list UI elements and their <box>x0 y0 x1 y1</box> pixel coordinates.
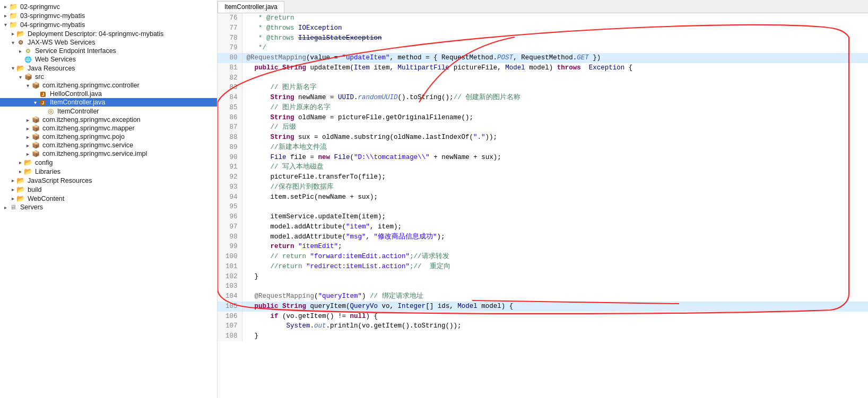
sidebar-label: Web Services <box>35 56 76 63</box>
package-icon: 📦 <box>31 116 40 123</box>
code-line-76: 76 * @return <box>218 13 868 23</box>
line-code: public String queryItem(QueryVo vo, Inte… <box>242 302 868 312</box>
src-icon: 📦 <box>23 73 33 81</box>
sidebar-item-jsresources[interactable]: 📂JavaScript Resources <box>0 176 217 185</box>
line-number: 105 <box>218 302 242 312</box>
sidebar-item-pkg-pojo[interactable]: 📦com.itzheng.springmvc.pojo <box>0 132 217 141</box>
sidebar-item-webservices[interactable]: 🌐Web Services <box>0 55 217 64</box>
sidebar-item-src[interactable]: 📦src <box>0 73 217 81</box>
line-number: 95 <box>218 202 242 212</box>
sidebar-label: src <box>35 73 44 81</box>
sidebar-item-pkg-exception[interactable]: 📦com.itzheng.springmvc.exception <box>0 116 217 124</box>
code-line-107: 107 System.out.println(vo.getItem().toSt… <box>218 321 868 331</box>
code-line-87: 87 // 后缀 <box>218 122 868 132</box>
code-line-84: 84 String newName = UUID.randomUUID().to… <box>218 93 868 103</box>
line-code: // 图片原来的名字 <box>242 103 868 113</box>
java-icon: J <box>38 90 48 98</box>
line-number: 77 <box>218 23 242 33</box>
code-line-99: 99 return "itemEdit"; <box>218 242 868 252</box>
line-code: * @return <box>242 13 868 23</box>
sidebar-item-jaxws[interactable]: ⚙JAX-WS Web Services <box>0 38 217 47</box>
sidebar-label: 02-springmvc <box>20 3 60 11</box>
line-number: 83 <box>218 83 242 93</box>
sidebar-label: com.itzheng.springmvc.pojo <box>42 133 125 140</box>
sidebar-item-pkg-mapper[interactable]: 📦com.itzheng.springmvc.mapper <box>0 124 217 132</box>
package-icon: 📦 <box>31 82 40 89</box>
line-code: // 图片新名字 <box>242 83 868 93</box>
code-line-89: 89 //新建本地文件流 <box>218 143 868 153</box>
code-line-95: 95 <box>218 202 868 212</box>
webservices-icon: 🌐 <box>23 56 33 63</box>
sidebar-label: WebContent <box>28 195 64 202</box>
arrow-icon <box>24 117 31 123</box>
code-line-77: 77 * @throws IOException <box>218 23 868 33</box>
sidebar-item-webcontent[interactable]: 📂WebContent <box>0 194 217 203</box>
line-number: 79 <box>218 43 242 53</box>
sidebar-item-springmvc02[interactable]: 📁02-springmvc <box>0 2 217 11</box>
folder-icon: 📂 <box>23 167 33 175</box>
sidebar-item-springmvc03[interactable]: 📁03-springmvc-mybatis <box>0 11 217 20</box>
line-code: // 写入本地磁盘 <box>242 162 868 172</box>
code-line-80: 80@RequestMapping(value = "updateItem", … <box>218 53 868 63</box>
sidebar-item-config[interactable]: 📂config <box>0 158 217 167</box>
arrow-icon <box>10 40 16 46</box>
line-code: //新建本地文件流 <box>242 143 868 153</box>
ws-icon: ⚙ <box>16 39 25 46</box>
arrow-icon <box>2 22 8 28</box>
project-icon: 📁 <box>8 3 18 11</box>
line-number: 93 <box>218 182 242 192</box>
code-area: ItemController.java 76 * @return77 * @th… <box>218 0 868 398</box>
code-line-82: 82 <box>218 73 868 83</box>
line-number: 78 <box>218 33 242 43</box>
sidebar-label: Java Resources <box>28 65 75 72</box>
java-class-icon: ◎ <box>46 107 55 115</box>
sidebar-item-pkg-controller[interactable]: 📦com.itzheng.springmvc.controller <box>0 81 217 90</box>
sidebar-item-springmvc04[interactable]: 📁04-springmvc-mybatis <box>0 20 217 29</box>
line-number: 108 <box>218 331 242 341</box>
sidebar-item-deployment[interactable]: 📂Deployment Descriptor: 04-springmvc-myb… <box>0 29 217 38</box>
line-code: */ <box>242 43 868 53</box>
sidebar-item-javaresources[interactable]: 📂Java Resources <box>0 64 217 73</box>
sidebar-item-libraries[interactable]: 📂Libraries <box>0 167 217 176</box>
sidebar-item-HelloControll[interactable]: JHelloControll.java <box>0 90 217 98</box>
code-line-83: 83 // 图片新名字 <box>218 83 868 93</box>
sidebar-label: config <box>35 159 53 166</box>
arrow-icon <box>10 65 16 71</box>
sidebar-item-build[interactable]: 📂build <box>0 185 217 194</box>
arrow-icon <box>10 196 16 201</box>
line-number: 86 <box>218 113 242 123</box>
line-number: 88 <box>218 132 242 143</box>
line-number: 85 <box>218 103 242 113</box>
code-line-86: 86 String oldName = pictureFile.getOrigi… <box>218 113 868 123</box>
line-number: 90 <box>218 153 242 163</box>
arrow-icon <box>2 205 8 210</box>
arrow-icon <box>10 178 16 183</box>
tab-itemcontroller[interactable]: ItemController.java <box>218 1 284 13</box>
sidebar-item-pkg-service[interactable]: 📦com.itzheng.springmvc.service <box>0 141 217 149</box>
code-line-97: 97 model.addAttribute("item", item); <box>218 222 868 232</box>
sidebar-label: Servers <box>20 204 43 211</box>
line-code: if (vo.getItem() != null) { <box>242 312 868 322</box>
endpoint-icon: ⚙ <box>23 47 33 55</box>
arrow-icon <box>24 143 31 148</box>
line-number: 84 <box>218 93 242 103</box>
code-line-81: 81 public String updateItem(Item item, M… <box>218 63 868 73</box>
line-code <box>242 281 868 291</box>
arrow-icon <box>17 48 23 54</box>
sidebar-item-ItemController[interactable]: JItemController.java <box>0 98 217 107</box>
code-line-78: 78 * @throws IllegalStateException <box>218 33 868 43</box>
arrow-icon <box>17 160 23 165</box>
code-line-91: 91 // 写入本地磁盘 <box>218 162 868 172</box>
sidebar-item-pkg-service-impl[interactable]: 📦com.itzheng.springmvc.service.impl <box>0 149 217 158</box>
line-code: public String updateItem(Item item, Mult… <box>242 63 868 73</box>
sidebar-label: build <box>28 186 41 193</box>
folder-icon: 📂 <box>16 194 25 202</box>
sidebar-item-ItemControllerClass[interactable]: ◎ItemController <box>0 107 217 116</box>
sidebar-item-endpoint[interactable]: ⚙Service Endpoint Interfaces <box>0 47 217 55</box>
code-line-106: 106 if (vo.getItem() != null) { <box>218 312 868 322</box>
folder-icon: 📂 <box>16 185 25 193</box>
sidebar-item-servers[interactable]: 🖥Servers <box>0 203 217 211</box>
arrow-icon <box>24 83 31 89</box>
code-wrapper: 76 * @return77 * @throws IOException78 *… <box>218 13 868 341</box>
line-code <box>242 73 868 83</box>
